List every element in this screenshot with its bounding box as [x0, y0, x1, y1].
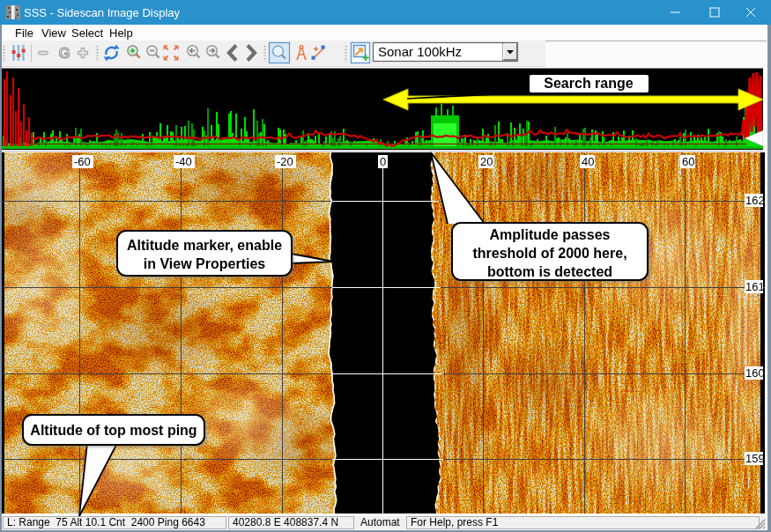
svg-text:162: 162 — [745, 194, 765, 207]
svg-text:60: 60 — [682, 155, 694, 168]
svg-text:159: 159 — [745, 452, 765, 465]
svg-text:20: 20 — [480, 155, 493, 168]
svg-text:G: G — [59, 45, 70, 62]
svg-text:Sonar 100kHz: Sonar 100kHz — [378, 44, 462, 59]
svg-text:160: 160 — [745, 366, 765, 380]
svg-text:40: 40 — [582, 155, 594, 168]
svg-text:0: 0 — [380, 155, 386, 168]
svg-text:-60: -60 — [74, 155, 91, 168]
svg-text:-40: -40 — [175, 155, 192, 168]
svg-text:-20: -20 — [277, 155, 293, 168]
svg-text:161: 161 — [745, 280, 765, 293]
